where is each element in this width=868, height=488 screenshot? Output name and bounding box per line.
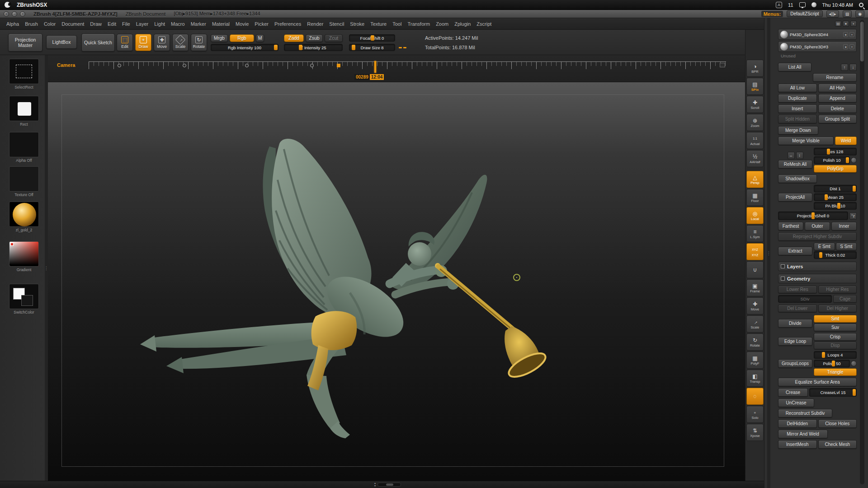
close-holes-button[interactable]: Close Holes xyxy=(818,419,857,428)
layers-section-header[interactable]: Layers xyxy=(778,262,857,271)
uncrease-button[interactable]: UnCrease xyxy=(778,399,814,407)
smt-toggle[interactable]: Smt xyxy=(814,315,857,323)
polish-mode-toggle[interactable] xyxy=(851,157,857,163)
project-all-button[interactable]: ProjectAll xyxy=(778,193,812,202)
paint-icon[interactable]: ▪ xyxy=(849,32,854,37)
xpose-button[interactable]: ⇅Xpose xyxy=(746,424,764,441)
document-canvas[interactable] xyxy=(48,82,745,481)
draw-size-slider[interactable]: Draw Size 8 xyxy=(349,44,395,51)
project-mean-slider[interactable]: Mean 25 xyxy=(814,193,857,201)
subtool-append-button[interactable]: Append xyxy=(818,94,857,103)
remesh-y-icon[interactable]: ↕ xyxy=(796,152,803,159)
subtool-all-high-button[interactable]: All High xyxy=(818,84,857,92)
del-lower-button[interactable]: Del Lower xyxy=(778,305,817,312)
zcut-toggle[interactable]: Zcut xyxy=(325,34,343,42)
visibility-eye-icon[interactable]: ● xyxy=(843,44,848,49)
edge-loop-button[interactable]: Edge Loop xyxy=(778,337,812,346)
split-hidden-button[interactable]: Split Hidden xyxy=(778,115,817,123)
texture-selector[interactable]: Texture Off xyxy=(9,166,39,197)
subtool-move-down-button[interactable]: ↓ xyxy=(849,64,857,71)
remesh-polish-slider[interactable]: Polish 10 xyxy=(814,156,850,164)
remesh-x-icon[interactable]: ↔ xyxy=(788,152,795,159)
divide-button[interactable]: Divide xyxy=(778,319,812,328)
slider-handle[interactable] xyxy=(352,45,355,50)
menu-item[interactable]: Color xyxy=(44,21,56,27)
draw-mode-button[interactable]: + Draw xyxy=(135,34,151,51)
menu-item[interactable]: Zoom xyxy=(436,21,448,27)
mirror-and-weld-button[interactable]: Mirror And Weld xyxy=(778,430,828,438)
menu-item[interactable]: Document xyxy=(61,21,84,27)
secondary-color-swatch[interactable] xyxy=(21,295,33,306)
scrollbar-handle[interactable] xyxy=(860,22,864,61)
floor-grid-button[interactable]: ▦Floor xyxy=(746,189,764,206)
weld-toggle[interactable]: Weld xyxy=(835,136,857,145)
loops-polish-slider[interactable]: Polish 50 xyxy=(814,360,850,367)
spotlight-search-icon[interactable] xyxy=(859,3,863,7)
project-dist-slider[interactable]: Dist 1 xyxy=(814,185,857,192)
stroke-alt-thumbnail[interactable] xyxy=(9,96,39,121)
keyframe-marker[interactable] xyxy=(183,64,186,67)
m-toggle[interactable]: M xyxy=(256,34,264,42)
alpha-thumbnail[interactable] xyxy=(9,132,39,157)
subtool-item[interactable]: PM3D_Sphere3D#3 ●▪ xyxy=(778,41,857,52)
menu-item[interactable]: File xyxy=(122,21,130,27)
shadowbox-button[interactable]: ShadowBox xyxy=(778,174,817,183)
keyframe-marker[interactable] xyxy=(310,64,314,67)
menu-item[interactable]: Stencil xyxy=(329,21,344,27)
menu-item[interactable]: Render xyxy=(307,21,323,27)
menu-item[interactable]: Preferences xyxy=(274,21,301,27)
window-close-button[interactable]: × xyxy=(4,11,9,17)
extract-thick-slider[interactable]: Thick 0.02 xyxy=(814,251,857,259)
menu-item[interactable]: Texture xyxy=(370,21,387,27)
stroke-selector[interactable]: SelectRect xyxy=(9,59,39,89)
switch-color[interactable]: SwitchColor xyxy=(9,284,39,314)
local-symmetry-button[interactable]: ≡L.Sym xyxy=(746,225,764,242)
subtool-insert-button[interactable]: Insert xyxy=(778,104,817,113)
scroll-down-icon[interactable]: ▾ xyxy=(374,484,376,487)
geometry-section-header[interactable]: Geometry xyxy=(778,274,857,283)
menu-item[interactable]: Light xyxy=(154,21,165,27)
rgb-intensity-slider[interactable]: Rgb Intensity 100 xyxy=(211,44,278,51)
timeline-track-label[interactable]: Camera xyxy=(57,62,75,68)
projection-shell-slider[interactable]: ProjectionShell 0 xyxy=(778,211,848,220)
menu-item[interactable]: Movie xyxy=(236,21,249,27)
menus-toggle[interactable]: Menus: xyxy=(761,11,783,17)
layout-arrows-button[interactable]: ◂|||▸ xyxy=(826,10,839,18)
alpha-selector[interactable]: Alpha Off xyxy=(9,132,39,163)
farthest-toggle[interactable]: Farthest xyxy=(778,222,803,230)
menu-item[interactable]: Layer xyxy=(136,21,149,27)
apple-menu-icon[interactable] xyxy=(5,2,10,8)
subtool-duplicate-button[interactable]: Duplicate xyxy=(778,94,817,103)
crease-button[interactable]: Crease xyxy=(778,388,808,397)
insert-mesh-button[interactable]: InsertMesh xyxy=(778,440,817,449)
rotate-mode-button[interactable]: ↻ Rotate xyxy=(191,34,207,51)
magnet-snap-button[interactable]: ∪ xyxy=(746,261,764,278)
subtool-all-low-button[interactable]: All Low xyxy=(778,84,817,92)
spix-button[interactable]: ▤SPix xyxy=(746,78,764,95)
extract-e-smt-toggle[interactable]: E Smt xyxy=(814,243,835,250)
eye-icon[interactable]: ● xyxy=(843,21,849,27)
gradient-field[interactable] xyxy=(9,242,38,266)
shell-options-icon[interactable]: °z xyxy=(849,212,857,220)
reconstruct-subdiv-button[interactable]: Reconstruct Subdiv xyxy=(778,409,832,418)
suv-toggle[interactable]: Suv xyxy=(814,324,857,331)
groups-split-button[interactable]: Groups Split xyxy=(818,115,857,123)
menu-item[interactable]: Stroke xyxy=(350,21,364,27)
slider-handle[interactable] xyxy=(274,45,278,50)
rotate-gyro-button[interactable]: ↻Rotate xyxy=(746,333,764,351)
lower-res-button[interactable]: Lower Res xyxy=(778,286,817,293)
material-thumbnail[interactable] xyxy=(9,202,39,227)
actual-size-button[interactable]: 1:1Actual xyxy=(746,132,764,149)
color-marker[interactable] xyxy=(10,243,14,246)
folder-icon[interactable]: ▤ xyxy=(835,21,841,27)
window-zoom-button[interactable]: + xyxy=(20,11,25,17)
input-source-icon[interactable]: A xyxy=(776,2,782,8)
groups-loops-button[interactable]: GroupsLoops xyxy=(778,359,812,368)
subtool-delete-button[interactable]: Delete xyxy=(818,104,857,113)
polyframe-button[interactable]: ▦PolyF xyxy=(746,352,764,369)
del-higher-button[interactable]: Del Higher xyxy=(818,305,857,312)
bpr-render-button[interactable]: ◑BPR xyxy=(746,60,764,77)
timeline-end-widget[interactable] xyxy=(720,63,725,67)
move-gyro-button[interactable]: ✚Move xyxy=(746,297,764,314)
subtool-item[interactable]: PM3D_Sphere3D#4 ●▪ xyxy=(778,29,857,40)
